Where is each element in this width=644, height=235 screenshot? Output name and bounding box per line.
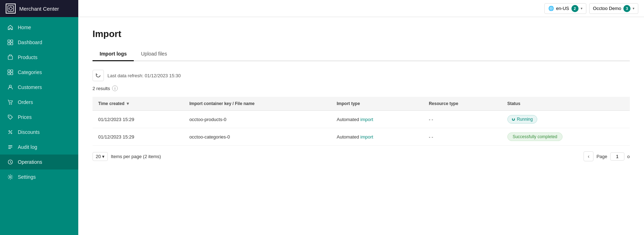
account-selector[interactable]: Occtoo Demo 3 ▾ — [589, 3, 638, 14]
svg-point-10 — [9, 85, 11, 87]
sidebar-item-discounts-label: Discounts — [18, 129, 39, 135]
refresh-bar: Last data refresh: 01/12/2023 15:30 — [93, 70, 630, 81]
svg-point-14 — [9, 131, 10, 132]
per-page-control: 20 ▾ Items per page (2 items) — [93, 152, 161, 161]
col-header-import-container: Import container key / File name — [184, 97, 331, 111]
running-spinner — [512, 118, 515, 121]
refresh-icon — [95, 73, 101, 78]
pagination: 20 ▾ Items per page (2 items) ‹ Page o — [93, 151, 630, 161]
discounts-icon — [7, 129, 14, 135]
svg-point-12 — [11, 104, 12, 104]
sidebar-item-settings-label: Settings — [18, 174, 36, 180]
orders-icon — [7, 99, 14, 105]
svg-rect-3 — [8, 43, 10, 45]
account-label: Occtoo Demo — [593, 6, 621, 11]
page-title: Import — [93, 28, 630, 40]
account-chevron-icon: ▾ — [633, 6, 634, 10]
sidebar-header: Merchant Center — [0, 0, 78, 17]
sidebar-item-categories[interactable]: Categories — [0, 65, 78, 80]
app-logo — [6, 4, 16, 14]
locale-label: en-US — [556, 6, 569, 11]
sort-icon: ▾ — [127, 101, 129, 106]
per-page-value: 20 — [96, 154, 101, 159]
sidebar-item-customers[interactable]: Customers — [0, 80, 78, 95]
svg-rect-8 — [8, 73, 10, 75]
sidebar-item-discounts[interactable]: Discounts — [0, 125, 78, 140]
page-navigation: ‹ Page o — [584, 151, 630, 161]
info-icon: i — [112, 85, 118, 91]
svg-rect-9 — [11, 73, 13, 75]
cell-import-type: Automated import — [331, 111, 423, 128]
products-icon — [7, 54, 14, 61]
content-area: Import Import logs Upload files Last dat… — [78, 17, 644, 235]
svg-rect-7 — [11, 70, 13, 72]
page-number-input[interactable] — [610, 152, 624, 161]
sidebar-nav: Home Dashboard Products Categories Custo — [0, 17, 78, 235]
svg-rect-2 — [11, 40, 13, 42]
cell-container: occtoo-products-0 — [184, 111, 331, 128]
sidebar-item-orders[interactable]: Orders — [0, 95, 78, 110]
sidebar-item-home[interactable]: Home — [0, 20, 78, 35]
refresh-button[interactable] — [93, 70, 104, 81]
sidebar-item-operations[interactable]: Operations — [0, 155, 78, 169]
import-type-link[interactable]: import — [360, 134, 373, 140]
sidebar: Merchant Center Home Dashboard Products — [0, 0, 78, 235]
svg-rect-1 — [8, 40, 10, 42]
locale-badge: 2 — [571, 5, 579, 12]
import-type-link[interactable]: import — [360, 117, 373, 122]
per-page-select[interactable]: 20 ▾ — [93, 152, 108, 161]
col-header-resource-type: Resource type — [423, 97, 502, 111]
cell-time: 01/12/2023 15:29 — [93, 111, 184, 128]
cell-resource-type: - - — [423, 128, 502, 146]
main-area: 🌐 en-US 2 ▾ Occtoo Demo 3 ▾ Import Impor… — [78, 0, 644, 235]
sidebar-item-home-label: Home — [18, 25, 31, 30]
sidebar-item-categories-label: Categories — [18, 69, 42, 75]
results-info: 2 results i — [93, 85, 630, 91]
refresh-timestamp: Last data refresh: 01/12/2023 15:30 — [107, 73, 181, 78]
cell-status: Running — [502, 111, 630, 128]
results-count: 2 results — [93, 86, 110, 91]
items-per-page-label: Items per page (2 items) — [111, 154, 161, 159]
page-of-label: o — [627, 154, 630, 159]
sidebar-item-settings[interactable]: Settings — [0, 169, 78, 184]
svg-rect-4 — [11, 43, 13, 45]
sidebar-item-prices[interactable]: Prices — [0, 110, 78, 125]
svg-rect-5 — [8, 56, 12, 59]
cell-status: Successfully completed — [502, 128, 630, 146]
table-row: 01/12/2023 15:29occtoo-categories-0Autom… — [93, 128, 630, 146]
col-header-status: Status — [502, 97, 630, 111]
svg-rect-6 — [8, 70, 10, 72]
sidebar-item-orders-label: Orders — [18, 99, 33, 105]
sidebar-item-audit-log[interactable]: Audit log — [0, 140, 78, 155]
table-header-row: Time created ▾ Import container key / Fi… — [93, 97, 630, 111]
svg-point-13 — [9, 116, 10, 117]
sidebar-item-products-label: Products — [18, 54, 37, 60]
col-header-time-created[interactable]: Time created ▾ — [93, 97, 184, 111]
sidebar-item-operations-label: Operations — [18, 159, 42, 165]
audit-log-icon — [7, 144, 14, 150]
sidebar-item-customers-label: Customers — [18, 84, 42, 90]
locale-selector[interactable]: 🌐 en-US 2 ▾ — [544, 3, 586, 14]
sidebar-item-products[interactable]: Products — [0, 50, 78, 65]
per-page-chevron-icon: ▾ — [102, 154, 105, 159]
categories-icon — [7, 69, 14, 75]
svg-point-15 — [11, 133, 12, 134]
col-header-import-type: Import type — [331, 97, 423, 111]
tab-upload-files[interactable]: Upload files — [134, 48, 174, 61]
status-badge: Running — [507, 115, 538, 124]
sidebar-item-audit-log-label: Audit log — [18, 144, 37, 150]
tabs-bar: Import logs Upload files — [93, 48, 630, 61]
customers-icon — [7, 84, 14, 90]
svg-point-11 — [9, 104, 10, 104]
operations-icon — [7, 159, 14, 165]
sidebar-item-dashboard[interactable]: Dashboard — [0, 35, 78, 50]
sidebar-item-dashboard-label: Dashboard — [18, 40, 42, 45]
home-icon — [7, 24, 14, 31]
globe-icon: 🌐 — [548, 6, 554, 11]
prev-page-button[interactable]: ‹ — [584, 151, 593, 161]
tab-import-logs[interactable]: Import logs — [93, 48, 134, 61]
table-row: 01/12/2023 15:29occtoo-products-0Automat… — [93, 111, 630, 128]
sidebar-item-prices-label: Prices — [18, 114, 32, 120]
settings-icon — [7, 174, 14, 180]
status-badge: Successfully completed — [507, 132, 563, 141]
